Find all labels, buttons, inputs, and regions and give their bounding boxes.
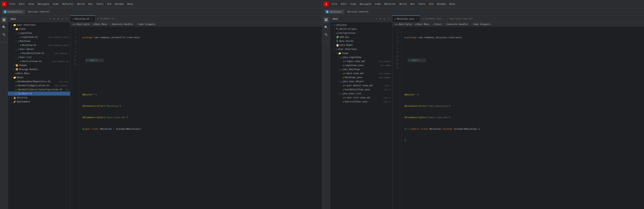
tab-close[interactable]: ✕	[90, 18, 93, 20]
left-menu-file[interactable]: File	[8, 2, 17, 6]
right-toolbar-descriptor[interactable]: </> Descriptor	[395, 23, 412, 26]
right-sidebar-icon-search[interactable]: 🔍	[323, 24, 329, 30]
right-menu-help[interactable]: Help	[448, 2, 456, 6]
right-tree-item-loginview-java[interactable]: ⊕ LoginView.java com.compa	[330, 63, 392, 67]
tree-item-beans[interactable]: ▾ 📁 Beans	[8, 75, 70, 79]
tree-item-configuration[interactable]: ▸ ⚙ Configuration	[330, 31, 392, 35]
left-menu-tools[interactable]: Tools	[95, 2, 105, 6]
left-tree-locate[interactable]: ◎	[61, 17, 64, 21]
right-tree-help[interactable]: ?	[387, 17, 390, 21]
right-project-selector[interactable]: j jmixjava ▾	[324, 10, 344, 14]
tree-item-build-scripts[interactable]: ▸ 🔨 Build Scripts	[330, 27, 392, 31]
right-menu-code[interactable]: Code	[374, 2, 382, 6]
left-project-selector[interactable]: j jmixkotlin ▾	[2, 10, 25, 14]
right-tab-loginview-xml[interactable]: </> login-view.xml	[448, 16, 475, 22]
tree-item-security[interactable]: ▸ 🔒 Security	[8, 96, 70, 100]
right-menu-build[interactable]: Build	[398, 2, 408, 6]
right-sidebar-icon-project[interactable]	[323, 17, 329, 23]
right-menu-run[interactable]: Run	[409, 2, 416, 6]
right-tree-item-userinterface[interactable]: ▾ □ User Interface	[330, 47, 392, 51]
right-menu-tools[interactable]: Tools	[417, 2, 427, 6]
right-toolbar-mainmenu[interactable]: ≡ Main Menu	[415, 23, 429, 26]
left-toolbar-mainmenu[interactable]: ≡ Main Menu	[93, 23, 107, 26]
tree-item-loginview-folder[interactable]: ▾ □ LoginView	[8, 31, 70, 35]
left-sidebar-icon-project[interactable]	[1, 17, 7, 23]
right-tree-settings[interactable]: ⚙	[379, 17, 382, 21]
right-code-content[interactable]: package com.company.jmixjava.view.main; …	[402, 27, 644, 209]
right-tree-item-views[interactable]: ▾ 📁 Views	[330, 51, 392, 55]
tab-close[interactable]: ✕	[443, 18, 445, 20]
right-tab-mainview[interactable]: ⊕ MainView.java ✕	[392, 16, 420, 22]
right-tree-item-mainview-xml[interactable]: </> main-view.xml com.compar	[330, 71, 392, 75]
left-tree-help[interactable]: ?	[65, 17, 68, 21]
left-tree-settings[interactable]: ⚙	[52, 17, 56, 21]
tree-item-views[interactable]: ▾ 📁 Views	[8, 27, 70, 31]
right-tree-item-userlist[interactable]: ▾ □ jmix_User.list	[330, 92, 392, 96]
right-tree-locate[interactable]: ◎	[383, 17, 386, 21]
tree-item-userlistview-kt[interactable]: ⊕ UserListView.kt com.company.jm	[8, 59, 70, 63]
tree-item-themes[interactable]: ▸ 🎨 Themes	[8, 63, 70, 67]
left-menu-refactor[interactable]: Refactor	[61, 2, 75, 6]
left-menu-view[interactable]: View	[27, 2, 36, 6]
left-menu-build[interactable]: Build	[76, 2, 86, 6]
tab-close[interactable]: ✕	[415, 18, 418, 20]
tree-item-addons[interactable]: ▸ 🧩 Add-ons	[330, 35, 392, 39]
left-tab-testbean[interactable]: ⊕ TestBean.kt	[95, 16, 117, 22]
right-menu-window[interactable]: Window	[436, 2, 447, 6]
right-tree-add[interactable]: +	[375, 17, 378, 21]
right-menu-vcs[interactable]: VCS	[428, 2, 435, 6]
right-tab-testbean[interactable]: ⊕ TestBean.java ✕	[420, 16, 448, 22]
tree-item-loginview-kt[interactable]: ⊕ LoginView.kt com.company.jmixk	[8, 35, 70, 39]
tree-item-main-menu[interactable]: ≡ Main Menu	[8, 71, 70, 75]
tree-item-testbean-kt[interactable]: ⊕ TestBean.kt com.company.jmixkotlin.ac	[8, 92, 70, 96]
left-sidebar-icon-search[interactable]: 🔍	[1, 24, 7, 30]
left-version-control[interactable]: Version control ▾	[26, 10, 52, 14]
right-tree-item-loginview[interactable]: ▾ □ jmix_LoginView	[330, 55, 392, 59]
left-menu-edit[interactable]: Edit	[18, 2, 26, 6]
left-menu-run[interactable]: Run	[87, 2, 94, 6]
tree-item-message-bundle[interactable]: ▸ 📦 Message Bundle	[8, 67, 70, 71]
right-sidebar-icon-more[interactable]: ···	[323, 39, 329, 45]
tree-item-userdetailview-kt[interactable]: ⊕ UserDetailView.kt com.company.	[8, 51, 70, 55]
right-tree-item-userdetail[interactable]: ▾ □ jmix_User.detail	[330, 79, 392, 84]
right-toolbar-inject[interactable]: ↓ Inject	[432, 23, 442, 26]
left-menu-code[interactable]: Code	[52, 2, 60, 6]
right-tree-item-userlist-xml[interactable]: </> user-list-view.xml com.cc	[330, 96, 392, 100]
tree-item-dbuserrepo[interactable]: ⊕ DatabaseUserRepository.kt com.comp	[8, 79, 70, 84]
left-toolbar-descriptor[interactable]: </> Descriptor	[72, 23, 90, 26]
tree-item-datastores[interactable]: ▸ 🗄 Data Stores	[330, 39, 392, 43]
left-menu-navigate[interactable]: Navigate	[36, 2, 51, 6]
right-version-control[interactable]: Version control ▾	[346, 10, 372, 14]
right-tree-item-userlist-java[interactable]: ⊕ UserListView.java com.cc	[330, 100, 392, 104]
right-tree-item-userdetail-xml[interactable]: </> user-detail-view.xml com.c	[330, 84, 392, 88]
left-toolbar-snippets[interactable]: ✂ Code Snippets	[136, 23, 155, 26]
left-menu-vcs[interactable]: VCS	[106, 2, 113, 6]
tree-item-mainview-folder[interactable]: ▾ □ MainView	[8, 39, 70, 43]
tree-item-mainview-kt[interactable]: ⊕ MainView.kt com.company.jmixk	[8, 43, 70, 47]
right-tree-item-userdetail-java[interactable]: ⊕ UserDetailView.java com.cc	[330, 88, 392, 92]
right-sidebar-icon-plugins[interactable]: 🔌	[323, 32, 329, 38]
right-toolbar-generate[interactable]: ⚡ Generate Handler	[445, 23, 468, 26]
tree-item-security-config-kt[interactable]: ⊕ JmixkotlinSecurityConfiguration.kt com	[8, 88, 70, 92]
tree-item-datamodel[interactable]: ▸ 📋 Data Model	[330, 43, 392, 47]
left-menu-window[interactable]: Window	[114, 2, 125, 6]
right-menu-view[interactable]: View	[349, 2, 358, 6]
tree-item-user-interface[interactable]: ▾ 📁 User Interface	[8, 23, 70, 27]
left-tree-expand[interactable]: ⊞	[57, 17, 60, 21]
right-tree-item-mainview-java[interactable]: ⊕ MainView.java com.compar	[330, 75, 392, 79]
tree-item-userdetail-folder[interactable]: ▾ □ User.detail	[8, 47, 70, 51]
right-tree-item-loginview-xml[interactable]: </> login-view.xml com.compar	[330, 59, 392, 63]
left-code-content[interactable]: package com.company.jmixkotlin.view.main…	[80, 27, 322, 209]
right-tree-item-mainview[interactable]: ▾ □ jmix_MainView	[330, 67, 392, 71]
right-menu-file[interactable]: File	[330, 2, 339, 6]
right-menu-edit[interactable]: Edit	[340, 2, 348, 6]
left-tab-mainview[interactable]: ⊕ MainView.kt ✕	[70, 16, 95, 22]
right-menu-navigate[interactable]: Navigate	[358, 2, 373, 6]
right-menu-refactor[interactable]: Refactor	[383, 2, 398, 6]
tree-item-jmixjava-root[interactable]: ▾ ⊕ jmixjava	[330, 23, 392, 27]
left-tree-add[interactable]: +	[48, 17, 52, 21]
left-menu-help[interactable]: Help	[126, 2, 134, 6]
tree-item-app-kt[interactable]: ⊕ JmixkotlinApplication.kt com.company.	[8, 84, 70, 88]
tree-item-userlist-folder[interactable]: ▾ □ User.list	[8, 55, 70, 59]
left-toolbar-generate[interactable]: ⚡ Generate Handler	[110, 23, 133, 26]
